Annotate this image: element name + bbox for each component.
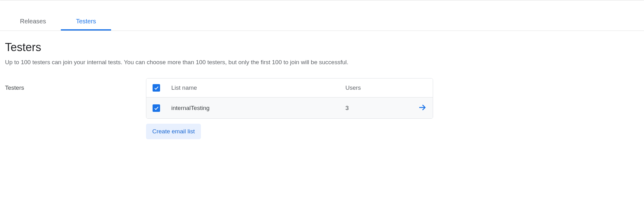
check-icon — [154, 85, 159, 91]
row-users: 3 — [345, 105, 408, 112]
create-email-list-button[interactable]: Create email list — [146, 124, 201, 139]
page-description: Up to 100 testers can join your internal… — [5, 59, 639, 66]
tab-releases[interactable]: Releases — [5, 13, 61, 31]
header-checkbox-cell — [153, 84, 171, 92]
arrow-right-icon[interactable] — [418, 103, 427, 113]
row-checkbox[interactable] — [153, 104, 160, 112]
header-users: Users — [345, 84, 408, 91]
content: Testers Up to 100 testers can join your … — [0, 31, 644, 149]
row-list-name: internalTesting — [171, 105, 345, 112]
check-icon — [154, 105, 159, 111]
page-title: Testers — [5, 41, 639, 54]
table-row[interactable]: internalTesting 3 — [146, 98, 433, 118]
top-divider — [0, 0, 644, 0]
header-list-name: List name — [171, 84, 345, 91]
section-label: Testers — [5, 78, 136, 91]
table-header: List name Users — [146, 79, 433, 98]
testers-section: Testers List name Users — [5, 78, 639, 139]
section-body: List name Users internalTesting 3 — [146, 78, 433, 139]
tabs: Releases Testers — [0, 13, 644, 31]
testers-table: List name Users internalTesting 3 — [146, 78, 433, 119]
select-all-checkbox[interactable] — [153, 84, 160, 92]
tab-testers[interactable]: Testers — [61, 13, 111, 31]
row-arrow-cell — [408, 103, 427, 113]
row-checkbox-cell — [153, 104, 171, 112]
